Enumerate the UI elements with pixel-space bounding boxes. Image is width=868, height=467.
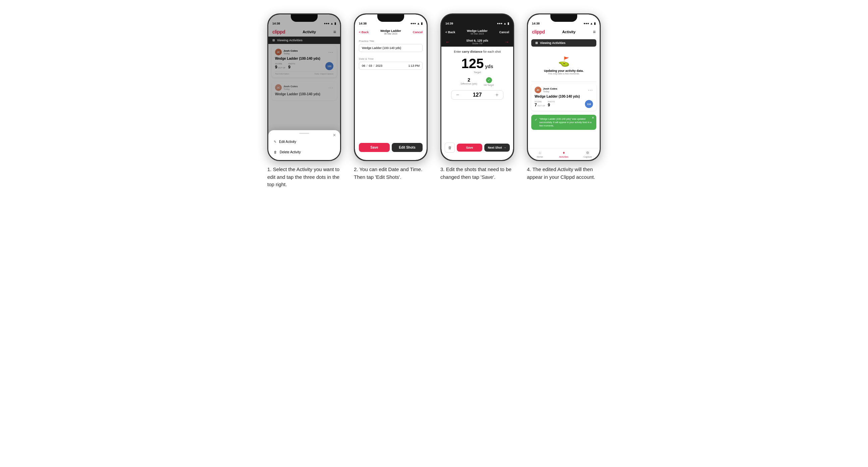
phone-3-notch bbox=[464, 14, 491, 22]
save-btn-3[interactable]: Save bbox=[457, 144, 482, 152]
battery-icon-4: ▮ bbox=[594, 22, 596, 25]
input-val[interactable]: 127 bbox=[473, 92, 482, 98]
hit-target-label: Hit Target bbox=[484, 84, 494, 86]
next-shot-btn[interactable]: Next Shot → bbox=[484, 144, 510, 152]
notif-check-icon: ✓ bbox=[535, 118, 537, 121]
time-val: 1:13 PM bbox=[408, 64, 420, 67]
stat-shots-block-4: Shots 9 bbox=[548, 101, 555, 107]
status-icons-2: ●●● ▲ ▮ bbox=[410, 22, 423, 25]
stat-score-4: Score 7 OUT OF bbox=[535, 101, 545, 107]
cancel-btn-3[interactable]: Cancel bbox=[499, 31, 509, 34]
phone-2-column: 14:38 ●●● ▲ ▮ < Back Wedge Ladder 06 Mar… bbox=[352, 13, 429, 181]
spacer-4 bbox=[528, 132, 600, 148]
plus-btn[interactable]: + bbox=[494, 92, 500, 98]
shot-buttons: 🗑 Save Next Shot → bbox=[441, 141, 513, 155]
divider-4 bbox=[531, 82, 596, 82]
notif-close[interactable]: ✕ bbox=[592, 116, 594, 119]
menu-icon-4[interactable]: ≡ bbox=[593, 29, 596, 35]
time-2: 14:38 bbox=[359, 22, 367, 25]
trash-icon: 🗑 bbox=[274, 150, 277, 154]
three-dots-4[interactable]: ··· bbox=[588, 87, 593, 93]
phone-3-screen: 14:39 ●●● ▲ ▮ < Back Wedge Ladder 06 Mar… bbox=[441, 14, 513, 160]
diff-value: 2 bbox=[468, 77, 470, 83]
user-name-block-4: Josh Coles Today bbox=[543, 87, 557, 93]
caption-4: 4. The edited Activity will then appear … bbox=[527, 166, 601, 181]
phone-4: 14:38 ●●● ▲ ▮ clippd Activity ≡ ⊞ Viewin… bbox=[527, 13, 601, 161]
distance-display: 125 yds bbox=[462, 57, 493, 70]
left-arrow[interactable]: ← bbox=[445, 39, 450, 44]
edit-activity-item[interactable]: ✎ Edit Activity bbox=[268, 136, 340, 147]
loading-area: ⛳ Updating your activity data. This may … bbox=[528, 49, 600, 82]
back-header-2: < Back Wedge Ladder 06 Mar 2023 Cancel bbox=[355, 27, 427, 37]
sheet-handle-1 bbox=[299, 133, 309, 134]
shot-info-center: Shot 6, 125 yds Score 7/9 bbox=[466, 39, 488, 44]
target-label: Target bbox=[473, 71, 481, 74]
avatar-img-4: JC bbox=[535, 87, 541, 93]
app-header-4: clippd Activity ≡ bbox=[528, 27, 600, 37]
minus-btn[interactable]: − bbox=[454, 92, 461, 98]
wifi-icon-3: ▲ bbox=[503, 22, 506, 25]
viewing-bar-4: ⊞ Viewing Activities bbox=[531, 39, 596, 46]
metrics-row: 2 Difference (yds) ✓ Hit Target bbox=[445, 77, 510, 86]
edit-label: Edit Activity bbox=[279, 140, 296, 144]
cancel-btn-2[interactable]: Cancel bbox=[412, 31, 423, 34]
phone-3: 14:39 ●●● ▲ ▮ < Back Wedge Ladder 06 Mar… bbox=[440, 13, 514, 161]
bottom-sheet-1: ✕ ✎ Edit Activity 🗑 Delete Activity bbox=[268, 130, 340, 160]
card-4-header: JC Josh Coles Today ··· bbox=[535, 87, 593, 93]
caption-3: 3. Edit the shots that need to be change… bbox=[440, 166, 514, 181]
diff-label: Difference (yds) bbox=[461, 83, 477, 85]
logo-4: clippd bbox=[532, 29, 545, 35]
back-btn-2[interactable]: < Back bbox=[359, 31, 369, 34]
next-arrow: → bbox=[503, 146, 506, 149]
signal-icon-4: ●●● bbox=[584, 22, 589, 25]
score-val-4: 7 bbox=[535, 103, 537, 107]
phone-4-screen: 14:38 ●●● ▲ ▮ clippd Activity ≡ ⊞ Viewin… bbox=[528, 14, 600, 160]
sheet-close-1[interactable]: ✕ bbox=[333, 133, 336, 137]
datetime-row[interactable]: 06 / 03 / 2023 1:13 PM bbox=[359, 62, 423, 70]
edit-shots-btn[interactable]: Edit Shots bbox=[392, 143, 423, 152]
caption-2: 2. You can edit Date and Time. Then tap … bbox=[354, 166, 428, 181]
edit-icon: ✎ bbox=[274, 140, 276, 144]
right-arrow[interactable]: → bbox=[504, 39, 509, 44]
phone-1: 14:38 ●●● ▲ ▮ clippd Activity ≡ ⊞ Vi bbox=[267, 13, 341, 161]
sep-2: / bbox=[374, 64, 375, 67]
shot-score: Score 7/9 bbox=[466, 42, 488, 44]
capture-icon: ⊕ bbox=[586, 150, 589, 155]
month-val: 03 bbox=[369, 64, 372, 67]
datetime-label: Date & Time bbox=[359, 57, 423, 60]
header-center-2: Wedge Ladder 06 Mar 2023 bbox=[380, 29, 401, 35]
distance-unit: yds bbox=[485, 64, 493, 69]
distance-number: 125 bbox=[462, 57, 484, 70]
delete-label: Delete Activity bbox=[280, 150, 301, 154]
phone-2-notch bbox=[377, 14, 404, 22]
activities-label: Activities bbox=[559, 156, 568, 158]
diff-metric: 2 Difference (yds) bbox=[461, 77, 477, 86]
back-btn-3[interactable]: < Back bbox=[445, 31, 455, 34]
edit-header-subtitle: 06 Mar 2023 bbox=[380, 33, 401, 35]
home-icon: ⌂ bbox=[539, 150, 541, 155]
practice-title-section: Practice Title Wedge Ladder (100-140 yds… bbox=[355, 37, 427, 55]
practice-title-input[interactable]: Wedge Ladder (100-140 yds) bbox=[359, 44, 423, 52]
nav-activities[interactable]: ♦ Activities bbox=[552, 150, 576, 158]
nav-home[interactable]: ⌂ Home bbox=[528, 150, 552, 158]
back-header-3: < Back Wedge Ladder 06 Mar 2023 Cancel bbox=[441, 27, 513, 37]
phone-1-column: 14:38 ●●● ▲ ▮ clippd Activity ≡ ⊞ Vi bbox=[266, 13, 343, 189]
nav-capture[interactable]: ⊕ Capture bbox=[576, 150, 600, 158]
delete-activity-item[interactable]: 🗑 Delete Activity bbox=[268, 147, 340, 157]
success-notification: ✕ ✓ "Wedge Ladder (100-140 yds)" was upd… bbox=[531, 115, 596, 130]
loading-subtitle: This may take a few moments. bbox=[548, 72, 580, 75]
quality-val-4: 118 bbox=[587, 103, 591, 105]
user-date-4: Today bbox=[543, 90, 557, 93]
caption-1: 1. Select the Activity you want to edit … bbox=[267, 166, 341, 189]
user-info-4: JC Josh Coles Today bbox=[535, 87, 557, 93]
sep-1: / bbox=[367, 64, 368, 67]
phones-row: 14:38 ●●● ▲ ▮ clippd Activity ≡ ⊞ Vi bbox=[266, 13, 602, 189]
trash-btn-3[interactable]: 🗑 bbox=[445, 143, 455, 153]
card-title-4: Wedge Ladder (100-140 yds) bbox=[535, 95, 593, 98]
day-val: 06 bbox=[362, 64, 365, 67]
save-btn-2[interactable]: Save bbox=[359, 143, 390, 152]
carry-bold: carry distance bbox=[462, 50, 482, 53]
stat-shots-4: 7 OUT OF bbox=[535, 103, 545, 107]
carry-instruction: Enter carry distance for each shot bbox=[454, 50, 501, 53]
activities-icon: ♦ bbox=[563, 150, 565, 155]
